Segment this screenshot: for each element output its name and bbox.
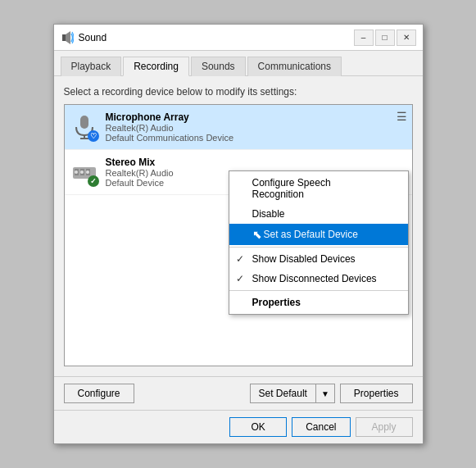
configure-speech-label: Configure Speech Recognition — [252, 177, 385, 200]
context-set-default[interactable]: ⬉ Set as Default Device — [229, 224, 408, 245]
close-button[interactable]: ✕ — [397, 30, 416, 46]
set-default-arrow[interactable]: ▼ — [315, 384, 335, 403]
minimize-button[interactable]: – — [354, 30, 374, 46]
svg-rect-0 — [62, 34, 66, 41]
tab-recording[interactable]: Recording — [123, 57, 189, 76]
cancel-button[interactable]: Cancel — [292, 417, 350, 437]
tab-playback[interactable]: Playback — [61, 57, 122, 76]
check-disabled-icon: ✓ — [236, 253, 244, 265]
svg-point-10 — [80, 170, 84, 174]
device-item-microphone[interactable]: ♡ Microphone Array Realtek(R) Audio Defa… — [65, 105, 412, 150]
sound-dialog: Sound – □ ✕ Playback Recording Sounds Co… — [53, 24, 424, 444]
context-show-disabled[interactable]: ✓ Show Disabled Devices — [229, 249, 408, 269]
list-menu-icon[interactable]: ☰ — [397, 110, 407, 123]
configure-button[interactable]: Configure — [64, 384, 134, 403]
microphone-icon: ♡ — [70, 112, 99, 142]
device-sub1-microphone: Realtek(R) Audio — [106, 123, 234, 133]
title-bar: Sound – □ ✕ — [54, 25, 423, 51]
window-icon — [61, 31, 74, 44]
device-info-microphone: Microphone Array Realtek(R) Audio Defaul… — [106, 111, 234, 143]
properties-button[interactable]: Properties — [340, 384, 413, 403]
window-controls: – □ ✕ — [354, 30, 416, 46]
context-separator-1 — [229, 247, 408, 248]
description-text: Select a recording device below to modif… — [64, 86, 413, 98]
comm-badge: ♡ — [88, 130, 99, 142]
check-disconnected-icon: ✓ — [236, 273, 244, 284]
ok-button[interactable]: OK — [229, 417, 287, 437]
default-badge: ✓ — [88, 175, 99, 187]
show-disconnected-label: Show Disconnected Devices — [252, 273, 377, 284]
tab-sounds[interactable]: Sounds — [191, 57, 246, 76]
context-disable[interactable]: Disable — [229, 204, 408, 224]
svg-rect-2 — [80, 116, 88, 129]
tab-content: Select a recording device below to modif… — [54, 76, 423, 376]
cursor-icon: ⬉ — [252, 228, 262, 241]
context-separator-2 — [229, 290, 408, 291]
device-buttons: Configure Set Default ▼ Properties — [54, 376, 423, 410]
context-properties[interactable]: Properties — [229, 293, 408, 312]
svg-point-11 — [86, 170, 89, 174]
apply-button[interactable]: Apply — [356, 417, 413, 437]
device-info-stereomix: Stereo Mix Realtek(R) Audio Default Devi… — [106, 157, 174, 188]
context-show-disconnected[interactable]: ✓ Show Disconnected Devices — [229, 269, 408, 289]
set-default-label: Set as Default Device — [264, 229, 358, 240]
device-list: ☰ ♡ Microphone Array Realtek(R) Audio De… — [64, 104, 413, 366]
window-title: Sound — [79, 32, 354, 43]
tab-communications[interactable]: Communications — [247, 57, 342, 76]
set-default-group: Set Default ▼ — [250, 384, 335, 403]
context-configure-speech[interactable]: Configure Speech Recognition — [229, 173, 408, 204]
maximize-button[interactable]: □ — [375, 30, 395, 46]
disable-label: Disable — [252, 208, 285, 220]
svg-marker-1 — [66, 31, 70, 44]
svg-point-9 — [75, 170, 78, 174]
properties-label: Properties — [252, 297, 301, 308]
set-default-button[interactable]: Set Default — [250, 384, 315, 403]
show-disabled-label: Show Disabled Devices — [252, 253, 356, 265]
context-menu: Configure Speech Recognition Disable ⬉ S… — [229, 170, 409, 315]
tab-bar: Playback Recording Sounds Communications — [54, 51, 423, 76]
device-name-microphone: Microphone Array — [106, 111, 234, 123]
device-name-stereomix: Stereo Mix — [106, 157, 174, 168]
device-sub2-stereomix: Default Device — [106, 178, 174, 188]
device-sub1-stereomix: Realtek(R) Audio — [106, 168, 174, 178]
stereomix-icon: ✓ — [70, 157, 99, 187]
dialog-buttons: OK Cancel Apply — [54, 410, 423, 443]
device-sub2-microphone: Default Communications Device — [106, 133, 234, 143]
